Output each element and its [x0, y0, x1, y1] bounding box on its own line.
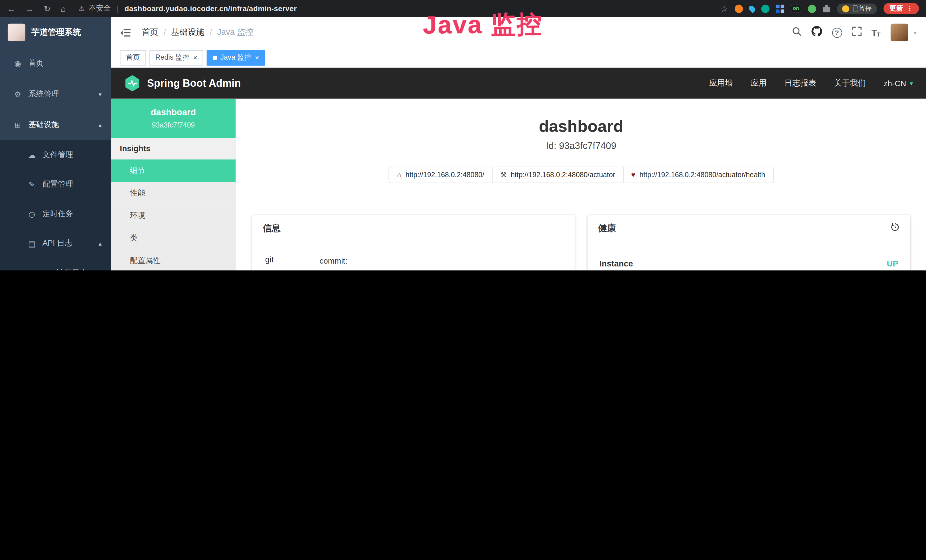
sidebar-item-label: API 日志	[42, 238, 73, 249]
instance-id: 93a3fc7f7409	[117, 121, 230, 130]
gear-icon: ⚙	[13, 89, 23, 98]
browser-nav: ← → ↻ ⌂	[7, 4, 66, 13]
instance-name: dashboard	[117, 107, 230, 117]
sidebar-item-label: 文件管理	[42, 150, 73, 160]
app-logo[interactable]: 芋道管理系统	[0, 17, 111, 48]
sba-item-metrics[interactable]: 性能	[111, 182, 236, 204]
paused-badge[interactable]: 已暂停	[837, 3, 877, 14]
sidebar-item-access-log[interactable]: ▣ 访问日志	[0, 258, 111, 271]
font-size-icon[interactable]: T T	[872, 27, 881, 37]
monitor-icon: ⊞	[13, 120, 23, 129]
heart-icon: ♥	[631, 171, 635, 179]
info-card: 信息 git commit: time: 1596289704000 id: 2…	[252, 215, 575, 271]
sba-nav: 应用墙 应用 日志报表 关于我们 zh-CN ▾	[709, 78, 913, 88]
history-icon[interactable]	[891, 223, 899, 233]
extension-icon-1[interactable]	[734, 5, 743, 13]
extensions-puzzle-icon[interactable]	[823, 5, 831, 12]
browser-home-icon[interactable]: ⌂	[61, 4, 66, 13]
tab-redis-monitor[interactable]: Redis 监控 ×	[150, 50, 203, 65]
sba-instance-header[interactable]: dashboard 93a3fc7f7409	[111, 99, 236, 138]
extension-icon-5[interactable]	[808, 5, 816, 13]
sba-brand[interactable]: Spring Boot Admin	[124, 75, 241, 92]
user-avatar[interactable]	[891, 24, 908, 41]
update-label: 更新	[890, 5, 903, 12]
breadcrumb-infra[interactable]: 基础设施	[171, 27, 204, 38]
app-sidebar: 芋道管理系统 ◉ 首页 ⚙ 系统管理 ▾ ⊞ 基础设施 ▴ ☁ 文件管理 ✎ 配…	[0, 17, 111, 271]
bookmark-star-icon[interactable]: ☆	[720, 4, 728, 13]
chevron-up-icon: ▴	[99, 240, 101, 247]
search-icon[interactable]	[792, 27, 801, 38]
sidebar-item-home[interactable]: ◉ 首页	[0, 48, 111, 79]
chevron-down-icon: ▾	[910, 80, 913, 87]
sba-nav-applications[interactable]: 应用	[750, 78, 767, 88]
extension-icon-3[interactable]	[761, 5, 769, 13]
sba-brand-title: Spring Boot Admin	[147, 77, 241, 89]
sidebar-item-label: 配置管理	[42, 179, 73, 189]
instance-home-link[interactable]: ⌂ http://192.168.0.2:48080/	[389, 166, 493, 183]
sidebar-item-config-manage[interactable]: ✎ 配置管理	[0, 170, 111, 199]
sidebar-item-system[interactable]: ⚙ 系统管理 ▾	[0, 79, 111, 109]
health-instance-row[interactable]: Instance UP	[598, 250, 899, 271]
sba-logo-icon	[124, 75, 141, 92]
close-icon[interactable]: ×	[255, 54, 259, 61]
font-size-large: T	[872, 27, 877, 37]
sba-nav-journal[interactable]: 日志报表	[784, 78, 816, 88]
sidebar-item-file-manage[interactable]: ☁ 文件管理	[0, 140, 111, 170]
sba-navbar: Spring Boot Admin 应用墙 应用 日志报表 关于我们 zh-CN…	[111, 68, 926, 99]
sba-item-details[interactable]: 细节	[111, 159, 236, 182]
tab-java-monitor[interactable]: Java 监控 ×	[207, 50, 265, 65]
help-icon[interactable]: ?	[832, 27, 842, 37]
health-card-title: 健康	[598, 222, 616, 234]
health-link[interactable]: ♥ http://192.168.0.2:48080/actuator/heal…	[623, 166, 773, 183]
github-icon[interactable]	[811, 26, 822, 39]
extension-on-badge[interactable]: on	[791, 5, 801, 12]
info-key: git	[265, 254, 320, 271]
tags-view: 首页 Redis 监控 × Java 监控 ×	[111, 48, 926, 68]
fullscreen-icon[interactable]	[852, 27, 861, 38]
sba-sidebar: dashboard 93a3fc7f7409 Insights 细节 性能 环境…	[111, 99, 236, 271]
sidebar-item-label: 定时任务	[42, 209, 73, 219]
paused-label: 已暂停	[852, 5, 872, 12]
breadcrumb-home[interactable]: 首页	[142, 27, 158, 38]
sba-nav-about[interactable]: 关于我们	[834, 78, 866, 88]
back-icon[interactable]: ←	[7, 4, 15, 13]
hamburger-icon[interactable]	[120, 28, 131, 37]
update-button[interactable]: 更新 ⋮	[884, 3, 919, 14]
home-icon: ⌂	[397, 171, 401, 179]
git-time-line: time: 1596289704000	[319, 268, 404, 271]
browser-extensions-area: ☆ on 已暂停 更新 ⋮	[720, 3, 919, 14]
kebab-menu-icon[interactable]: ⋮	[906, 5, 913, 12]
info-value: commit: time: 1596289704000 id: 27aa832 …	[319, 254, 404, 271]
forward-icon[interactable]: →	[26, 4, 34, 13]
page-url: dashboard.yudao.iocoder.cn/infra/admin-s…	[125, 5, 297, 13]
annotation-overlay: Java 监控	[423, 8, 543, 42]
address-bar[interactable]: ⚠ 不安全 | dashboard.yudao.iocoder.cn/infra…	[79, 3, 297, 14]
wrench-icon: ⚒	[500, 171, 507, 179]
reload-icon[interactable]: ↻	[44, 4, 50, 13]
sba-item-config-props[interactable]: 配置属性	[111, 249, 236, 271]
sba-locale-select[interactable]: zh-CN ▾	[884, 79, 913, 88]
font-size-small: T	[877, 31, 881, 38]
not-secure-warning-icon: ⚠	[79, 5, 85, 12]
link-url: http://192.168.0.2:48080/actuator	[511, 171, 615, 179]
health-row-label: Instance	[599, 259, 633, 268]
sidebar-item-scheduled-jobs[interactable]: ◷ 定时任务	[0, 199, 111, 229]
sidebar-item-infra[interactable]: ⊞ 基础设施 ▴	[0, 109, 111, 140]
sidebar-item-api-log[interactable]: ▤ API 日志 ▴	[0, 229, 111, 258]
screenshot-root: Java 监控 ← → ↻ ⌂ ⚠ 不安全 | dashboard.yudao.…	[0, 0, 926, 271]
close-icon[interactable]: ×	[193, 54, 197, 61]
instance-links: ⌂ http://192.168.0.2:48080/ ⚒ http://192…	[252, 166, 910, 183]
logo-avatar	[8, 24, 26, 41]
tab-home[interactable]: 首页	[120, 50, 146, 65]
sba-item-environment[interactable]: 环境	[111, 204, 236, 227]
extension-icon-2[interactable]	[747, 4, 756, 13]
avatar-caret-icon[interactable]: ▾	[914, 29, 916, 36]
sidebar-item-label: 首页	[28, 58, 44, 68]
doc-icon: ▣	[41, 268, 51, 271]
extension-grid-icon[interactable]	[776, 5, 784, 13]
sba-nav-wallboard[interactable]: 应用墙	[709, 78, 733, 88]
sba-item-classes[interactable]: 类	[111, 227, 236, 249]
address-separator: |	[117, 5, 119, 13]
actuator-link[interactable]: ⚒ http://192.168.0.2:48080/actuator	[493, 166, 623, 183]
chevron-up-icon: ▴	[99, 121, 101, 128]
